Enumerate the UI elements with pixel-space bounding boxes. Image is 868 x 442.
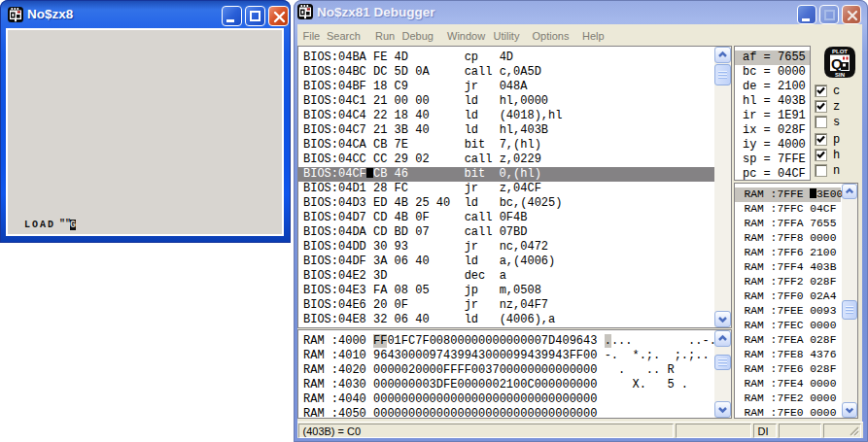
svg-text:PLOT: PLOT: [832, 49, 848, 54]
svg-text:SIN: SIN: [835, 72, 845, 78]
